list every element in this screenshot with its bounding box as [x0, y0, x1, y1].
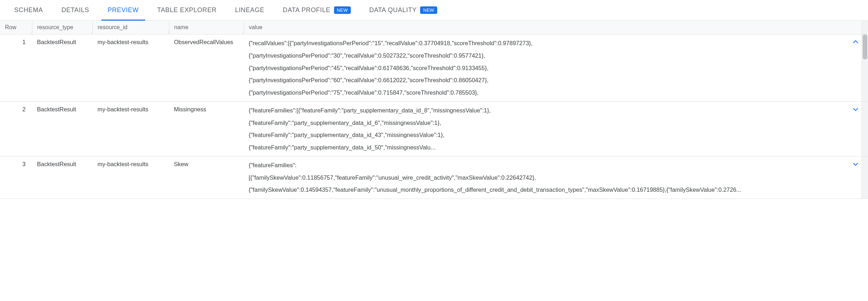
- table-row: 3BacktestResultmy-backtest-resultsSkew{"…: [0, 156, 868, 199]
- value-line: {"featureFamily":"party_supplementary_da…: [249, 131, 850, 139]
- value-line: {"partyInvestigationsPerPeriod":"60","re…: [249, 76, 850, 85]
- tab-table-explorer[interactable]: TABLE EXPLORER: [157, 0, 217, 20]
- cell-resource-type: BacktestResult: [32, 35, 92, 102]
- scrollbar-track[interactable]: [862, 156, 868, 199]
- tab-lineage[interactable]: LINEAGE: [235, 0, 264, 20]
- cell-value: {"recallValues":[{"partyInvestigationsPe…: [244, 35, 862, 102]
- col-header-value[interactable]: value: [244, 21, 862, 35]
- tab-label: TABLE EXPLORER: [157, 6, 217, 14]
- scrollbar-track[interactable]: [862, 101, 868, 156]
- scrollbar-track[interactable]: [862, 35, 868, 102]
- cell-row: 2: [0, 101, 32, 156]
- cell-resource-type: BacktestResult: [32, 101, 92, 156]
- tabs-bar: SCHEMADETAILSPREVIEWTABLE EXPLORERLINEAG…: [0, 0, 868, 21]
- cell-name: Missingness: [169, 101, 244, 156]
- new-badge: NEW: [334, 6, 351, 14]
- cell-resource-id: my-backtest-results: [92, 35, 169, 102]
- cell-name: Skew: [169, 156, 244, 199]
- col-header-name[interactable]: name: [169, 21, 244, 35]
- tab-preview[interactable]: PREVIEW: [108, 0, 139, 20]
- value-line: {"featureFamily":"party_supplementary_da…: [249, 143, 850, 152]
- cell-name: ObservedRecallValues: [169, 35, 244, 102]
- col-header-resource-id[interactable]: resource_id: [92, 21, 169, 35]
- tab-data-profile[interactable]: DATA PROFILENEW: [283, 0, 351, 20]
- col-header-row[interactable]: Row: [0, 21, 32, 35]
- tab-label: PREVIEW: [108, 6, 139, 14]
- new-badge: NEW: [420, 6, 437, 14]
- tab-details[interactable]: DETAILS: [62, 0, 89, 20]
- value-line: {"featureFamilies":[{"featureFamily":"pa…: [249, 106, 850, 115]
- tab-label: DETAILS: [62, 6, 89, 14]
- cell-row: 3: [0, 156, 32, 199]
- cell-resource-type: BacktestResult: [32, 156, 92, 199]
- cell-resource-id: my-backtest-results: [92, 101, 169, 156]
- table-row: 1BacktestResultmy-backtest-resultsObserv…: [0, 35, 868, 102]
- tab-schema[interactable]: SCHEMA: [14, 0, 43, 20]
- cell-value: {"featureFamilies":[{"featureFamily":"pa…: [244, 101, 862, 156]
- value-line: {"featureFamily":"party_supplementary_da…: [249, 118, 850, 127]
- tab-label: DATA PROFILE: [283, 6, 330, 14]
- tab-label: DATA QUALITY: [369, 6, 417, 14]
- scrollbar-thumb[interactable]: [863, 35, 868, 59]
- value-line: {"partyInvestigationsPerPeriod":"30","re…: [249, 51, 850, 60]
- table-row: 2BacktestResultmy-backtest-resultsMissin…: [0, 101, 868, 156]
- scrollbar-header: [862, 21, 868, 35]
- value-line: {"familySkewValue":0.14594357,"featureFa…: [249, 185, 850, 194]
- value-line: {"featureFamilies":: [249, 161, 850, 170]
- value-line: [{"familySkewValue":0.11856757,"featureF…: [249, 173, 850, 182]
- cell-resource-id: my-backtest-results: [92, 156, 169, 199]
- cell-value: {"featureFamilies":[{"familySkewValue":0…: [244, 156, 862, 199]
- value-line: {"partyInvestigationsPerPeriod":"75","re…: [249, 88, 850, 97]
- value-line: {"partyInvestigationsPerPeriod":"45","re…: [249, 64, 850, 73]
- preview-table: Row resource_type resource_id name value…: [0, 21, 868, 199]
- chevron-down-icon[interactable]: [852, 105, 859, 113]
- chevron-down-icon[interactable]: [852, 160, 859, 168]
- cell-row: 1: [0, 35, 32, 102]
- tab-data-quality[interactable]: DATA QUALITYNEW: [369, 0, 437, 20]
- col-header-resource-type[interactable]: resource_type: [32, 21, 92, 35]
- tab-label: LINEAGE: [235, 6, 264, 14]
- tab-label: SCHEMA: [14, 6, 43, 14]
- value-line: {"recallValues":[{"partyInvestigationsPe…: [249, 39, 850, 48]
- chevron-up-icon[interactable]: [852, 38, 859, 46]
